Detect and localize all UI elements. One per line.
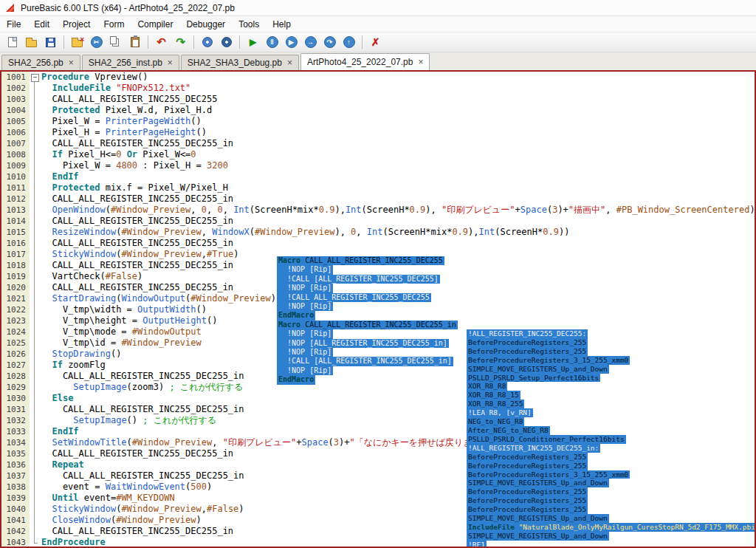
code-text[interactable]: CloseWindow(#Window_Preview)	[39, 515, 202, 526]
code-text[interactable]: EndIf	[39, 426, 79, 437]
code-text[interactable]: Else	[39, 393, 73, 404]
line-number[interactable]: 1030	[1, 393, 30, 404]
line-number[interactable]: 1024	[1, 326, 30, 338]
line-number[interactable]: 1029	[1, 382, 30, 393]
fold-marker-icon[interactable]	[30, 72, 39, 83]
code-line-1014[interactable]: 1014 CALL_ALL_REGISTER_INC255_DEC255_in	[1, 216, 755, 227]
code-text[interactable]: CALL_ALL_REGISTER_INC255_DEC255_in	[39, 404, 244, 415]
line-number[interactable]: 1032	[1, 415, 30, 426]
code-text[interactable]: Repeat	[39, 459, 84, 470]
menu-item-project[interactable]: Project	[56, 17, 97, 32]
code-text[interactable]: Pixel_W = PrinterPageWidth()	[39, 116, 202, 127]
code-text[interactable]: StopDrawing()	[39, 349, 121, 360]
menu-item-file[interactable]: File	[0, 17, 27, 32]
code-line-1004[interactable]: 1004 Protected Pixel_W.d, Pixel_H.d	[1, 105, 755, 116]
code-line-1003[interactable]: 1003 CALL_ALL_REGISTER_INC255_DEC255	[1, 94, 755, 105]
line-number[interactable]: 1017	[1, 249, 30, 260]
line-number[interactable]: 1016	[1, 238, 30, 249]
copy-icon[interactable]	[106, 34, 125, 51]
pause-program-icon[interactable]: ‖	[263, 34, 281, 51]
close-tab-icon[interactable]: ×	[287, 59, 292, 66]
line-number[interactable]: 1019	[1, 271, 30, 282]
code-text[interactable]: CALL_ALL_REGISTER_INC255_DEC255_in	[39, 526, 233, 537]
code-text[interactable]: Until event=#WM_KEYDOWN	[39, 493, 175, 504]
code-text[interactable]: CALL_ALL_REGISTER_INC255_DEC255_in	[39, 138, 233, 149]
code-text[interactable]: StickyWindow(#Window_Preview,#False)	[39, 504, 244, 515]
line-number[interactable]: 1040	[1, 504, 30, 515]
code-line-1015[interactable]: 1015 ResizeWindow(#Window_Preview, Windo…	[1, 227, 755, 238]
line-number[interactable]: 1014	[1, 216, 30, 227]
code-text[interactable]: CALL_ALL_REGISTER_INC255_DEC255	[39, 94, 217, 105]
code-text[interactable]: V_tmp\id = #Window_Preview	[39, 338, 202, 349]
code-text[interactable]: Pixel_H = PrinterPageHeight()	[39, 127, 207, 138]
close-tab-icon[interactable]: ×	[418, 58, 423, 66]
code-text[interactable]: EndIf	[39, 171, 79, 182]
line-number[interactable]: 1027	[1, 360, 30, 371]
line-number[interactable]: 1025	[1, 338, 30, 349]
code-line-1013[interactable]: 1013 OpenWindow(#Window_Preview, 0, 0, I…	[1, 205, 755, 216]
line-number[interactable]: 1043	[1, 537, 30, 548]
code-text[interactable]: Procedure Vpreview()	[39, 72, 148, 83]
code-line-1008[interactable]: 1008 If Pixel_H<=0 Or Pixel_W<=0	[1, 149, 755, 160]
code-text[interactable]: V_tmp\width = OutputWidth()	[39, 304, 207, 315]
line-number[interactable]: 1041	[1, 515, 30, 526]
step-icon[interactable]: →	[301, 34, 320, 51]
code-line-1006[interactable]: 1006 Pixel_H = PrinterPageHeight()	[1, 127, 755, 138]
line-number[interactable]: 1021	[1, 293, 30, 304]
open-file-icon[interactable]	[22, 34, 41, 51]
code-text[interactable]: IncludeFile "FNOPx512.txt"	[39, 83, 190, 94]
line-number[interactable]: 1042	[1, 526, 30, 537]
line-number[interactable]: 1015	[1, 227, 30, 238]
code-text[interactable]: Protected Pixel_W.d, Pixel_H.d	[39, 105, 212, 116]
line-number[interactable]: 1012	[1, 193, 30, 205]
line-number[interactable]: 1036	[1, 459, 30, 470]
code-editor[interactable]: 1001Procedure Vpreview()1002 IncludeFile…	[0, 70, 756, 548]
line-number[interactable]: 1033	[1, 426, 30, 437]
step-out-icon[interactable]: ↑	[340, 34, 358, 51]
line-number[interactable]: 1008	[1, 149, 30, 160]
line-number[interactable]: 1005	[1, 116, 30, 127]
line-number[interactable]: 1034	[1, 437, 30, 448]
line-number[interactable]: 1037	[1, 470, 30, 482]
code-text[interactable]: CALL_ALL_REGISTER_INC255_DEC255_in	[39, 448, 233, 459]
undo-icon[interactable]: ↶	[152, 34, 171, 51]
kill-program-icon[interactable]: ✗	[366, 34, 385, 51]
tab-sha2-sha3-debug-pb[interactable]: SHA2_SHA3_Debug.pb×	[181, 55, 299, 70]
menu-item-compiler[interactable]: Compiler	[131, 17, 179, 32]
code-line-1001[interactable]: 1001Procedure Vpreview()	[1, 72, 755, 83]
code-line-1016[interactable]: 1016 CALL_ALL_REGISTER_INC255_DEC255_in	[1, 238, 755, 249]
line-number[interactable]: 1038	[1, 482, 30, 493]
code-text[interactable]: CALL_ALL_REGISTER_INC255_DEC255_in	[39, 282, 233, 293]
menu-item-tools[interactable]: Tools	[232, 17, 266, 32]
code-text[interactable]: SetupImage(zoom3) ; これが代行する	[39, 382, 243, 393]
code-text[interactable]: StickyWindow(#Window_Preview,#True)	[39, 249, 238, 260]
code-line-1009[interactable]: 1009 Pixel_W = 4800 : Pixel_H = 3200	[1, 160, 755, 171]
code-text[interactable]: If zoomFlg	[39, 360, 106, 371]
code-text[interactable]: StartDrawing(WindowOutput(#Window_Previe…	[39, 293, 281, 304]
code-text[interactable]: OpenWindow(#Window_Preview, 0, 0, Int(Sc…	[39, 205, 755, 216]
tab-sha2-256-pb[interactable]: SHA2_256.pb×	[1, 55, 80, 70]
syntax-check-icon[interactable]	[217, 34, 236, 51]
line-number[interactable]: 1009	[1, 160, 30, 171]
line-number[interactable]: 1007	[1, 138, 30, 149]
close-tab-icon[interactable]: ×	[168, 59, 173, 66]
code-text[interactable]: SetupImage() ; これが代行する	[39, 415, 216, 426]
line-number[interactable]: 1013	[1, 205, 30, 216]
cut-icon[interactable]: ✂	[87, 34, 106, 51]
line-number[interactable]: 1001	[1, 72, 30, 83]
code-text[interactable]: VartCheck(#False)	[39, 271, 142, 282]
tab-artphoto4-25-2022-07-pb[interactable]: ArtPhoto4_25_2022_07.pb×	[300, 53, 430, 70]
step-over-icon[interactable]: ↷	[320, 34, 339, 51]
code-line-1005[interactable]: 1005 Pixel_W = PrinterPageWidth()	[1, 116, 755, 127]
paste-icon[interactable]	[126, 34, 144, 51]
new-file-icon[interactable]	[3, 34, 21, 51]
code-text[interactable]: CALL_ALL_REGISTER_INC255_DEC255_in	[39, 216, 233, 227]
save-file-icon[interactable]	[41, 34, 60, 51]
code-text[interactable]: CALL_ALL_REGISTER_INC255_DEC255_in	[39, 238, 233, 249]
compile-run-icon[interactable]	[198, 34, 216, 51]
code-line-1007[interactable]: 1007 CALL_ALL_REGISTER_INC255_DEC255_in	[1, 138, 755, 149]
code-text[interactable]: ResizeWindow(#Window_Preview, WindowX(#W…	[39, 227, 569, 238]
line-number[interactable]: 1031	[1, 404, 30, 415]
code-text[interactable]: Protected mix.f = Pixel_W/Pixel_H	[39, 182, 228, 193]
line-number[interactable]: 1006	[1, 127, 30, 138]
